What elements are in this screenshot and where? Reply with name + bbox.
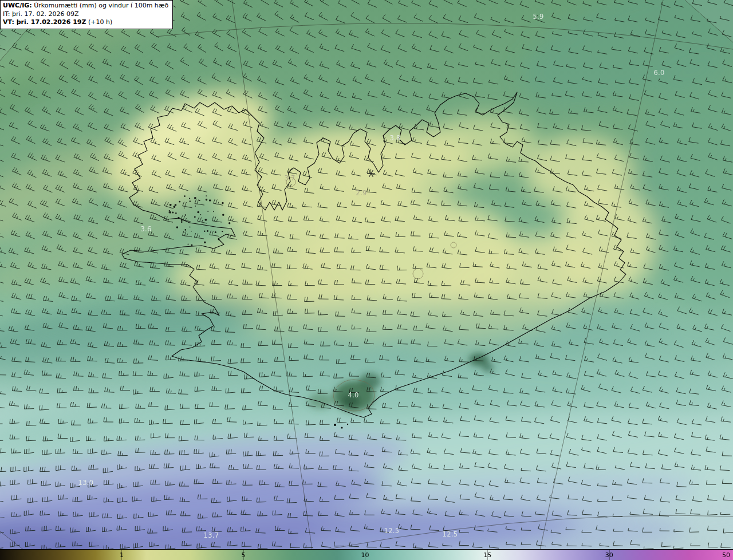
- init-time-line: IT: þri. 17. 02. 2026 09Z: [3, 10, 168, 19]
- colorbar-tick: [731, 550, 731, 560]
- colorbar-tick-label: 50: [722, 551, 730, 559]
- wind-barbs-canvas: [0, 0, 733, 550]
- colorbar-tick-label: 5: [241, 551, 245, 559]
- colorbar-tick-label: 10: [361, 551, 369, 559]
- model-info-box: UWC/IG: Úrkomumætti (mm) og vindur í 100…: [0, 0, 173, 29]
- colorbar-tick-label: 15: [483, 551, 491, 559]
- lead-time: (+10 h): [88, 18, 112, 26]
- colorbar-tick-label: 1: [120, 551, 124, 559]
- precipitation-colorbar: 1510153050: [0, 549, 733, 560]
- model-name: UWC/IG:: [3, 2, 32, 9]
- valid-time-line: VT: þri. 17.02.2026 19Z (+10 h): [3, 18, 168, 27]
- product-title: Úrkomumætti (mm) og vindur í 100m hæð: [34, 2, 168, 9]
- colorbar-tick-label: 30: [605, 551, 613, 559]
- valid-time: VT: þri. 17.02.2026 19Z: [3, 18, 86, 26]
- weather-map-viewer: 5.96.03.83.72.93.64.013.013.712.512.5 UW…: [0, 0, 733, 560]
- model-title-line: UWC/IG: Úrkomumætti (mm) og vindur í 100…: [3, 2, 168, 10]
